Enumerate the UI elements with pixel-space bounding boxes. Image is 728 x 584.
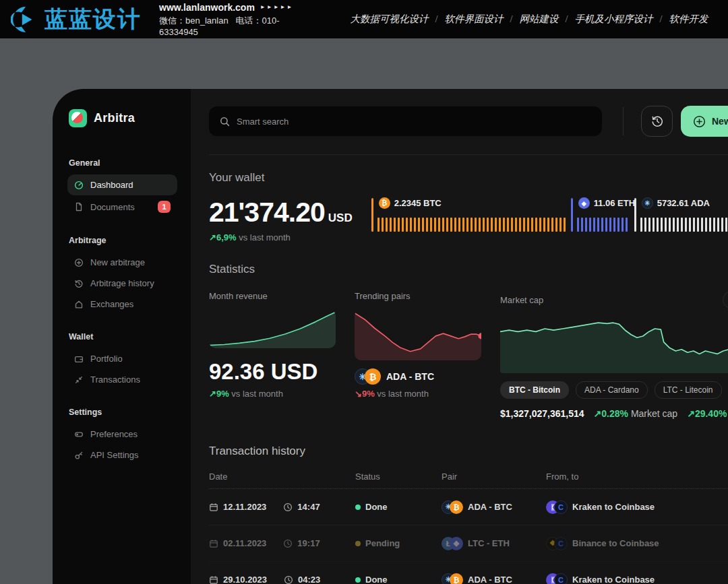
trending-pairs-panel: Trending pairs ✳₿ ADA - BTC ↘9% vs last …	[355, 291, 481, 419]
inspiration-collect-logo[interactable]: 灵感收集	[726, 7, 728, 31]
status-dot	[355, 505, 361, 510]
market-cap-stats: $1,327,027,361,514 ↗0.28% Market cap ↗29…	[500, 408, 728, 419]
nav-item-bigdata[interactable]: 大数据可视化设计	[350, 13, 444, 26]
btc-icon: ₿	[450, 573, 463, 584]
trending-pairs-label: Trending pairs	[355, 291, 481, 301]
status-dot	[355, 541, 361, 546]
market-cap-chart	[500, 314, 728, 373]
sidebar-item-exchanges[interactable]: Exchanges	[67, 294, 177, 315]
nav-item-dev[interactable]: 软件开发	[669, 13, 708, 26]
key-icon	[74, 451, 84, 460]
sidebar-item-documents[interactable]: Documents 1	[67, 195, 177, 218]
calendar-icon	[209, 502, 218, 512]
eth-divider	[571, 198, 573, 232]
group-label-arbitrage: Arbitrage	[69, 236, 177, 245]
search-input[interactable]	[237, 117, 591, 127]
eth-icon: ◆	[450, 537, 463, 550]
balance-change: 6,9%	[216, 232, 237, 242]
coin-tags: BTC - Bitcoin ADA - Cardano LTC - Liteco…	[500, 381, 728, 399]
clock-icon	[283, 539, 293, 548]
wallet-section-title: Your wallet	[209, 171, 265, 185]
nav-item-software-ui[interactable]: 软件界面设计	[444, 13, 519, 26]
btc-icon: ₿	[379, 197, 390, 209]
tag-ltc-litecoin[interactable]: LTC - Litecoin	[655, 381, 722, 399]
topbar-divider	[623, 107, 624, 135]
lanlan-logo-icon	[11, 5, 39, 34]
clock-history-icon	[650, 115, 664, 128]
col-pair: Pair	[442, 472, 546, 482]
history-button[interactable]	[641, 106, 673, 137]
month-revenue-chart	[209, 309, 336, 348]
month-revenue-label: Month revenue	[209, 291, 336, 301]
transaction-history-title: Transaction history	[209, 445, 728, 458]
coinbase-icon: C	[554, 573, 568, 584]
balance-change-note: vs last month	[239, 232, 291, 242]
main-content: New a Your wallet Currencies E 21'374.20…	[191, 89, 728, 584]
bank-icon	[74, 300, 84, 309]
balance-currency: USD	[328, 212, 353, 224]
holding-eth: ◆11.06 ETH	[571, 198, 630, 232]
sidebar-item-api-settings[interactable]: API Settings	[67, 445, 177, 465]
holding-btc: ₿2.2345 BTC	[371, 198, 567, 232]
btc-bar-strip	[377, 218, 567, 232]
nav-item-website[interactable]: 网站建设	[520, 13, 575, 26]
coinbase-icon: C	[554, 537, 568, 550]
documents-badge: 1	[158, 201, 171, 213]
range-1d[interactable]: 1D	[725, 293, 728, 306]
table-row[interactable]: 29.10.2023 04:23 Done ✳₿ADA - BTC ᛕCKrak…	[209, 562, 728, 584]
tag-btc-bitcoin[interactable]: BTC - Bitcoin	[500, 381, 569, 399]
group-label-general: General	[69, 158, 177, 168]
ada-divider	[634, 198, 636, 232]
nav-item-mobile[interactable]: 手机及小程序设计	[575, 13, 669, 26]
group-label-wallet: Wallet	[69, 332, 177, 342]
sidebar-item-dashboard[interactable]: Dashboard	[67, 174, 177, 195]
arbitra-logo-text: Arbitra	[94, 111, 135, 125]
holdings-bars: ₿2.2345 BTC ◆11.06 ETH ✳5732.61 ADA	[371, 198, 728, 232]
sidebar-item-arbitrage-history[interactable]: Arbitrage history	[67, 273, 177, 294]
status-badge: Pending	[365, 538, 400, 548]
btc-icon: ₿	[450, 500, 463, 514]
market-cap-label: Market cap	[500, 295, 543, 305]
topbar: New a	[209, 106, 728, 137]
balance-value: 21'374.20	[209, 197, 325, 228]
sidebar: Arbitra General Dashboard Documents 1 Ar…	[53, 89, 191, 584]
eth-icon: ◆	[578, 197, 590, 209]
holding-ada: ✳5732.61 ADA	[634, 198, 728, 232]
site-url[interactable]: www.lanlanwork.com	[159, 2, 255, 13]
transfer-arrows-icon	[74, 375, 84, 385]
ada-bar-strip	[640, 218, 728, 232]
sidebar-item-new-arbitrage[interactable]: New arbitrage	[67, 252, 177, 273]
arbitra-logo-icon	[69, 109, 87, 127]
amount-cell: 0.0021	[702, 494, 728, 521]
lanlan-logo[interactable]: 蓝蓝设计	[11, 4, 142, 35]
sidebar-item-preferences[interactable]: Preferences	[67, 424, 177, 445]
market-cap-panel: Market cap 1D 7D 1M BTC - Bitcoin ADA - …	[500, 291, 728, 419]
arbitra-logo[interactable]: Arbitra	[67, 109, 177, 127]
new-arbitrage-button[interactable]: New a	[681, 106, 728, 137]
wallet-icon	[74, 354, 84, 364]
btc-icon: ₿	[365, 368, 381, 385]
wechat-contact: 微信：ben_lanlan	[159, 15, 229, 26]
arrows-decoration: ►►►►►	[260, 4, 294, 10]
clock-icon	[284, 575, 293, 584]
col-fromto: From, to	[546, 472, 702, 482]
calendar-icon	[209, 539, 218, 548]
gauge-icon	[74, 181, 84, 190]
month-revenue-value: 92.36 USD	[209, 359, 336, 385]
table-row[interactable]: 02.11.2023 19:17 Pending Ł◆LTC - ETH ❖CB…	[209, 525, 728, 562]
status-badge: Done	[365, 502, 388, 512]
col-date: Date	[209, 472, 355, 482]
ada-icon: ✳	[642, 197, 653, 209]
sidebar-item-portfolio[interactable]: Portfolio	[67, 348, 177, 369]
sidebar-item-transactions[interactable]: Transactions	[67, 369, 177, 390]
search-box[interactable]	[209, 106, 602, 136]
section-divider	[209, 154, 728, 155]
coinbase-icon: C	[554, 500, 568, 514]
table-row[interactable]: 12.11.2023 14:47 Done ✳₿ADA - BTC ᛕCKrak…	[209, 489, 728, 525]
status-badge: Done	[365, 575, 388, 584]
group-label-settings: Settings	[69, 408, 177, 417]
tag-ada-cardano[interactable]: ADA - Cardano	[576, 381, 648, 399]
plus-circle-icon	[74, 258, 84, 267]
star-icon	[726, 9, 728, 30]
plus-circle-icon	[693, 115, 706, 128]
